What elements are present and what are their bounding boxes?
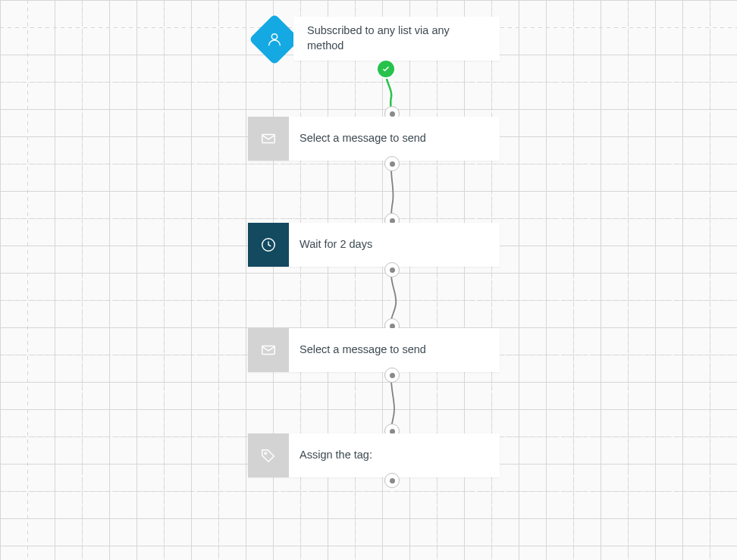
svg-point-0 — [271, 34, 277, 39]
envelope-icon — [248, 117, 289, 161]
svg-rect-3 — [262, 346, 275, 355]
step-node-message-2[interactable]: Select a message to send — [248, 328, 500, 372]
output-port-step-1[interactable] — [384, 156, 400, 171]
output-port-step-4[interactable] — [384, 473, 400, 488]
step-node-wait[interactable]: Wait for 2 days — [248, 223, 500, 267]
svg-point-4 — [265, 452, 267, 455]
person-icon — [266, 31, 283, 48]
check-icon — [381, 64, 390, 74]
step-label: Select a message to send — [289, 117, 500, 161]
trigger-status-check — [378, 61, 394, 77]
step-label: Select a message to send — [289, 328, 500, 372]
step-node-message-1[interactable]: Select a message to send — [248, 117, 500, 161]
tag-icon — [248, 433, 289, 477]
output-port-step-3[interactable] — [384, 368, 400, 383]
output-port-step-2[interactable] — [384, 262, 400, 277]
step-label: Assign the tag: — [289, 433, 500, 477]
step-label: Wait for 2 days — [289, 223, 500, 267]
step-node-tag[interactable]: Assign the tag: — [248, 433, 500, 477]
clock-icon — [248, 223, 289, 267]
trigger-icon-diamond[interactable] — [249, 14, 300, 65]
svg-rect-1 — [262, 135, 275, 143]
envelope-icon — [248, 328, 289, 372]
workflow-canvas[interactable]: Subscribed to any list via any method Se… — [0, 0, 737, 560]
trigger-label: Subscribed to any list via any method — [293, 17, 500, 61]
trigger-node[interactable]: Subscribed to any list via any method — [293, 17, 500, 61]
